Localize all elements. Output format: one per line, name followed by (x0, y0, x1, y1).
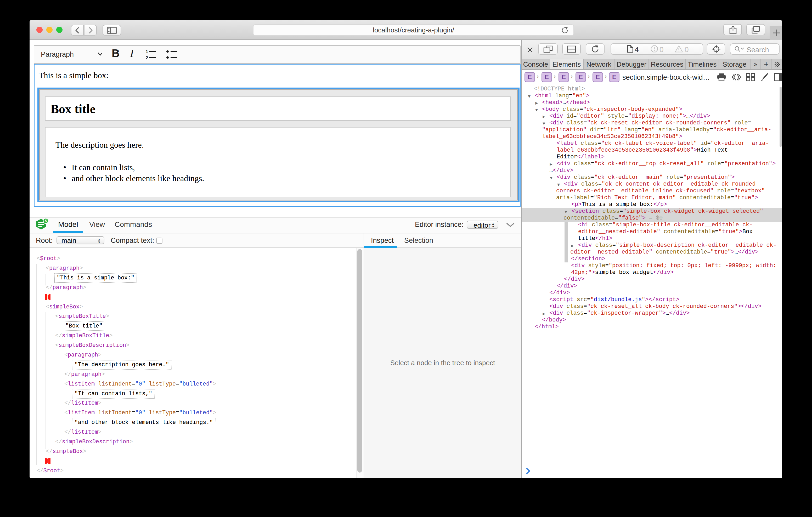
svg-text:1: 1 (146, 50, 148, 54)
svg-text:2: 2 (146, 56, 148, 60)
svg-text:5: 5 (45, 219, 47, 223)
